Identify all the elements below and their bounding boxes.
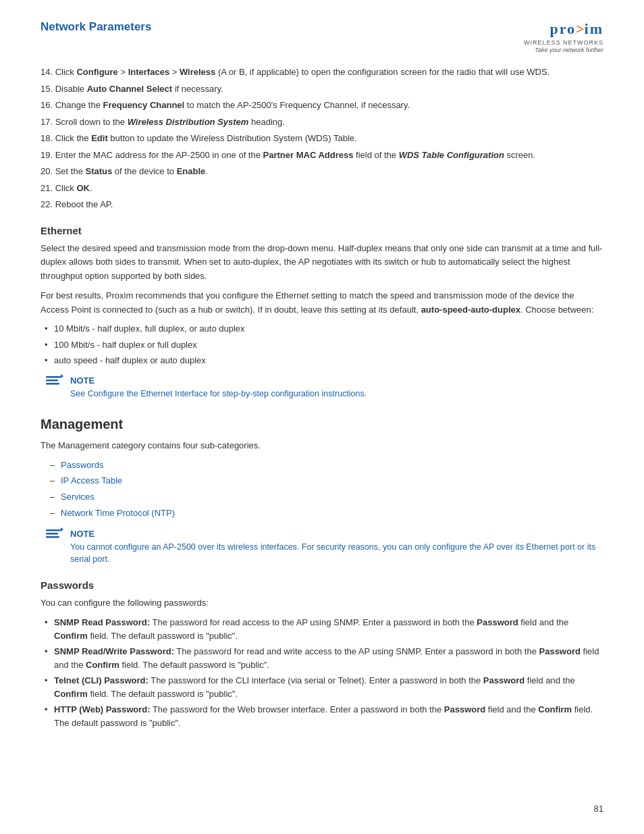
svg-marker-7 (61, 527, 63, 531)
ethernet-para1: Select the desired speed and transmissio… (41, 242, 603, 284)
management-note-label: NOTE (70, 529, 603, 539)
ethernet-para2: For best results, Proxim recommends that… (41, 289, 603, 317)
note-content: NOTE See Configure the Ethernet Interfac… (70, 375, 603, 400)
management-note: NOTE You cannot configure an AP-2500 ove… (41, 529, 603, 567)
note-label: NOTE (70, 375, 603, 386)
management-note-text: You cannot configure an AP-2500 over its… (70, 541, 603, 567)
passwords-intro: You can configure the following password… (41, 596, 603, 610)
ethernet-bullet-2: 100 Mbit/s - half duplex or full duplex (54, 338, 603, 352)
svg-rect-5 (46, 533, 58, 535)
step-19: 19. Enter the MAC address for the AP-250… (41, 149, 603, 162)
logo-brand2: im (585, 20, 603, 37)
svg-marker-3 (61, 374, 63, 378)
password-item-snmp-read: SNMP Read Password: The password for rea… (54, 616, 603, 642)
logo: pro>im WIRELESS NETWORKS Take your netwo… (482, 20, 603, 53)
note-text: See Configure the Ethernet Interface for… (70, 388, 603, 400)
logo-tagline: Take your network further (482, 47, 603, 53)
management-note-icon (46, 527, 65, 544)
svg-rect-4 (46, 529, 61, 531)
step-16: 16. Change the Frequency Channel to matc… (41, 99, 603, 112)
page-section-title: Network Parameters (41, 20, 151, 34)
password-item-http: HTTP (Web) Password: The password for th… (54, 703, 603, 729)
ethernet-note-link[interactable]: See Configure the Ethernet Interface (70, 389, 208, 398)
passwords-title: Passwords (41, 579, 603, 591)
step-18: 18. Click the Edit button to update the … (41, 132, 603, 145)
ethernet-title: Ethernet (41, 225, 603, 236)
password-item-telnet: Telnet (CLI) Password: The password for … (54, 674, 603, 700)
management-note-content: NOTE You cannot configure an AP-2500 ove… (70, 529, 603, 567)
management-title: Management (41, 417, 603, 432)
svg-rect-2 (46, 383, 59, 385)
logo-brand: pro (549, 20, 576, 37)
ethernet-bullet-3: auto speed - half duplex or auto duplex (54, 354, 603, 367)
ethernet-bullets: 10 Mbit/s - half duplex, full duplex, or… (41, 322, 603, 367)
page-footer: 81 (594, 804, 603, 814)
numbered-steps: 14. Click Configure > Interfaces > Wirel… (41, 66, 603, 211)
step-15: 15. Disable Auto Channel Select if neces… (41, 82, 603, 96)
management-link-ntp: Network Time Protocol (NTP) (61, 506, 603, 521)
management-links: Passwords IP Access Table Services Netwo… (41, 459, 603, 521)
step-20: 20. Set the Status of the device to Enab… (41, 165, 603, 178)
page-number: 81 (594, 804, 603, 814)
step-22: 22. Reboot the AP. (41, 198, 603, 211)
step-14: 14. Click Configure > Interfaces > Wirel… (41, 66, 603, 79)
management-link-passwords: Passwords (61, 459, 603, 473)
management-link-ip-access: IP Access Table (61, 474, 603, 488)
management-intro: The Management category contains four su… (41, 439, 603, 453)
note-lines-icon (46, 374, 63, 388)
ethernet-note: NOTE See Configure the Ethernet Interfac… (41, 375, 603, 400)
management-link-services: Services (61, 490, 603, 504)
logo-sub: WIRELESS NETWORKS (482, 39, 603, 46)
logo-text: pro>im (482, 20, 603, 38)
step-17: 17. Scroll down to the Wireless Distribu… (41, 115, 603, 129)
step-21: 21. Click OK. (41, 182, 603, 195)
password-item-snmp-rw: SNMP Read/Write Password: The password f… (54, 645, 603, 671)
svg-rect-1 (46, 380, 58, 382)
page-header: Network Parameters pro>im WIRELESS NETWO… (41, 20, 603, 53)
logo-arrow: > (576, 20, 585, 37)
ethernet-bullet-1: 10 Mbit/s - half duplex, full duplex, or… (54, 322, 603, 336)
note-icon (46, 374, 65, 391)
svg-rect-0 (46, 376, 61, 378)
note-lines-icon-2 (46, 527, 63, 541)
svg-rect-6 (46, 536, 59, 538)
passwords-list: SNMP Read Password: The password for rea… (41, 616, 603, 729)
